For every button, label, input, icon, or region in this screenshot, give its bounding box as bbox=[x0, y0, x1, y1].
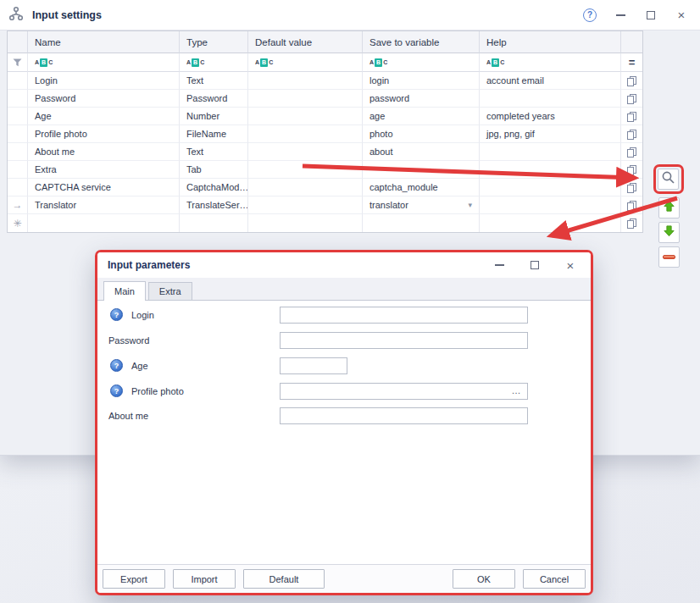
cell-variable-dropdown[interactable]: translator▾ bbox=[363, 196, 480, 214]
close-icon[interactable]: × bbox=[675, 8, 688, 22]
equals-filter-icon[interactable]: = bbox=[621, 53, 642, 72]
profile-photo-field[interactable] bbox=[280, 383, 528, 400]
cell-type[interactable]: CaptchaMod… bbox=[180, 179, 248, 196]
chevron-down-icon[interactable]: ▾ bbox=[468, 201, 472, 209]
copy-icon[interactable] bbox=[621, 90, 642, 108]
maximize-icon[interactable] bbox=[644, 8, 658, 22]
cell-help[interactable] bbox=[480, 90, 621, 108]
filter-default[interactable]: ABC bbox=[248, 53, 363, 72]
cell-default[interactable] bbox=[248, 161, 363, 179]
filter-help[interactable]: ABC bbox=[480, 53, 621, 72]
browse-ellipsis-button[interactable]: … bbox=[507, 384, 525, 398]
cell-variable[interactable]: photo bbox=[363, 125, 480, 143]
cell-name[interactable]: CAPTCHA service bbox=[28, 179, 180, 196]
field-help-icon[interactable]: ? bbox=[110, 384, 123, 397]
cell-name[interactable]: Extra bbox=[28, 161, 180, 179]
minimize-icon[interactable] bbox=[492, 258, 506, 272]
cell-name[interactable]: Profile photo bbox=[28, 125, 180, 143]
column-header-default[interactable]: Default value bbox=[248, 31, 363, 53]
cell-name[interactable]: Login bbox=[28, 72, 180, 90]
cell-type[interactable]: Password bbox=[180, 90, 248, 108]
column-header-help[interactable]: Help bbox=[480, 31, 621, 53]
copy-icon[interactable] bbox=[621, 125, 642, 143]
cell-variable[interactable]: login bbox=[363, 72, 480, 90]
column-header-type[interactable]: Type bbox=[180, 31, 248, 53]
table-row-new[interactable]: ✳ bbox=[8, 214, 642, 232]
cancel-button[interactable]: Cancel bbox=[523, 569, 586, 589]
table-row-current[interactable]: → Translator TranslateSer… translator▾ bbox=[8, 196, 642, 214]
cell-default[interactable] bbox=[248, 125, 363, 143]
cell-variable[interactable]: about bbox=[363, 143, 480, 161]
cell-variable[interactable] bbox=[363, 214, 480, 232]
tab-main[interactable]: Main bbox=[103, 281, 146, 301]
copy-icon[interactable] bbox=[621, 196, 642, 214]
export-button[interactable]: Export bbox=[103, 569, 165, 589]
age-field[interactable] bbox=[280, 357, 347, 374]
move-up-button[interactable] bbox=[658, 197, 680, 219]
table-row[interactable]: About me Text about bbox=[8, 143, 642, 161]
copy-icon[interactable] bbox=[621, 161, 642, 179]
copy-icon[interactable] bbox=[621, 143, 642, 161]
import-button[interactable]: Import bbox=[173, 569, 236, 589]
cell-help[interactable] bbox=[480, 161, 621, 179]
cell-name[interactable]: About me bbox=[28, 143, 180, 161]
cell-default[interactable] bbox=[248, 179, 363, 196]
cell-type[interactable]: Tab bbox=[180, 161, 248, 179]
copy-icon[interactable] bbox=[621, 108, 642, 125]
cell-help[interactable] bbox=[480, 179, 621, 196]
cell-name[interactable] bbox=[28, 214, 180, 232]
cell-help[interactable] bbox=[480, 214, 621, 232]
login-field[interactable] bbox=[280, 307, 528, 324]
filter-name[interactable]: ABC bbox=[28, 53, 180, 72]
password-field[interactable] bbox=[280, 332, 528, 349]
cell-default[interactable] bbox=[248, 108, 363, 125]
table-row[interactable]: Profile photo FileName photo jpg, png, g… bbox=[8, 125, 642, 143]
column-header-variable[interactable]: Save to variable bbox=[363, 31, 480, 53]
table-row[interactable]: Login Text login account email bbox=[8, 72, 642, 90]
copy-icon[interactable] bbox=[621, 72, 642, 90]
cell-type[interactable] bbox=[180, 214, 248, 232]
cell-help[interactable] bbox=[480, 196, 621, 214]
default-button[interactable]: Default bbox=[243, 569, 325, 589]
cell-help[interactable]: account email bbox=[480, 72, 621, 90]
minimize-icon[interactable] bbox=[614, 8, 627, 22]
remove-row-button[interactable] bbox=[658, 246, 680, 268]
cell-name[interactable]: Password bbox=[28, 90, 180, 108]
field-help-icon[interactable]: ? bbox=[110, 359, 123, 372]
cell-variable[interactable]: age bbox=[363, 108, 480, 125]
copy-icon[interactable] bbox=[621, 214, 642, 232]
cell-help[interactable] bbox=[480, 143, 621, 161]
table-row[interactable]: CAPTCHA service CaptchaMod… captcha_modu… bbox=[8, 179, 642, 196]
column-header-name[interactable]: Name bbox=[28, 31, 180, 53]
cell-type[interactable]: Number bbox=[180, 108, 248, 125]
field-help-icon[interactable]: ? bbox=[110, 308, 123, 321]
close-icon[interactable]: × bbox=[564, 258, 577, 272]
cell-default[interactable] bbox=[248, 90, 363, 108]
maximize-icon[interactable] bbox=[528, 258, 542, 272]
preview-button[interactable] bbox=[658, 169, 679, 190]
cell-default[interactable] bbox=[248, 72, 363, 90]
cell-default[interactable] bbox=[248, 143, 363, 161]
cell-name[interactable]: Translator bbox=[28, 196, 180, 214]
cell-help[interactable]: jpg, png, gif bbox=[480, 125, 621, 143]
table-row[interactable]: Password Password password bbox=[8, 90, 642, 108]
move-down-button[interactable] bbox=[658, 222, 680, 243]
cell-type[interactable]: TranslateSer… bbox=[180, 196, 248, 214]
copy-icon[interactable] bbox=[621, 179, 642, 196]
table-row[interactable]: Age Number age completed years bbox=[8, 108, 642, 125]
cell-type[interactable]: FileName bbox=[180, 125, 248, 143]
cell-type[interactable]: Text bbox=[180, 72, 248, 90]
cell-variable[interactable]: password bbox=[363, 90, 480, 108]
table-row[interactable]: Extra Tab bbox=[8, 161, 642, 179]
help-icon[interactable]: ? bbox=[583, 8, 597, 22]
cell-variable[interactable]: captcha_module bbox=[363, 179, 480, 196]
cell-default[interactable] bbox=[248, 214, 363, 232]
filter-type[interactable]: ABC bbox=[180, 53, 248, 72]
about-me-field[interactable] bbox=[280, 407, 528, 424]
cell-type[interactable]: Text bbox=[180, 143, 248, 161]
cell-variable[interactable] bbox=[363, 161, 480, 179]
filter-variable[interactable]: ABC bbox=[363, 53, 480, 72]
ok-button[interactable]: OK bbox=[453, 569, 515, 589]
cell-name[interactable]: Age bbox=[28, 108, 180, 125]
cell-default[interactable] bbox=[248, 196, 363, 214]
